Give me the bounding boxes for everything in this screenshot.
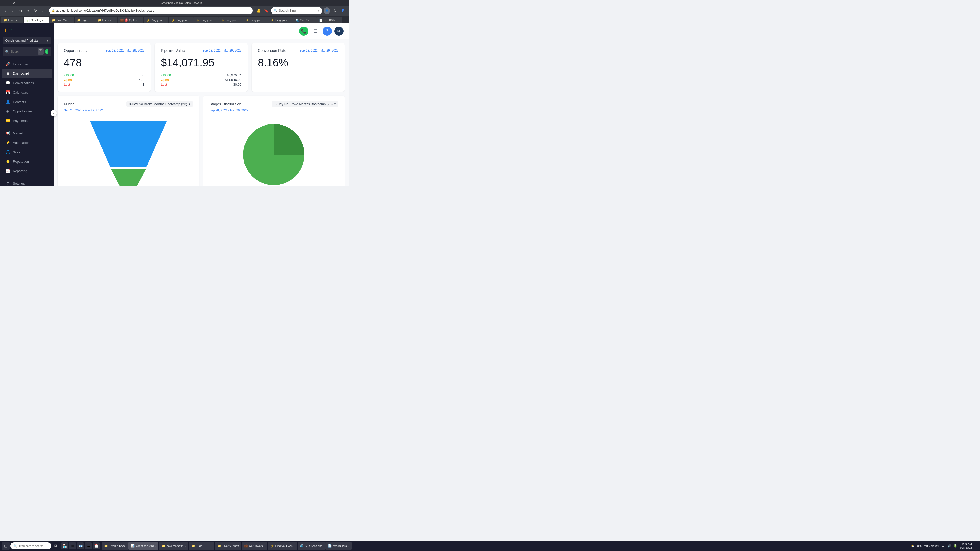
tab-upwork[interactable]: 💼 3 (3) Upwork -	[118, 17, 143, 24]
new-tab-button[interactable]: +	[342, 17, 348, 24]
tab-favicon: ⚡	[196, 19, 199, 22]
tab-favicon: 📄	[319, 19, 322, 22]
workspace-selector[interactable]: Consistent and Predicta... ▾	[3, 37, 51, 44]
sidebar-item-settings[interactable]: ⚙ Settings	[2, 179, 52, 186]
sidebar-divider	[4, 127, 49, 127]
browser-avatar[interactable]: 👤	[324, 7, 330, 14]
pie-chart-container	[209, 116, 339, 186]
tab-favicon: 📊	[26, 19, 29, 22]
sidebar-label: Launchpad	[13, 62, 29, 66]
tab-ping2[interactable]: ⚡ Ping your wel...	[169, 17, 193, 24]
notifications-icon[interactable]: 🔔	[255, 7, 262, 14]
add-button[interactable]: +	[45, 49, 48, 54]
forward-button[interactable]: ›	[10, 8, 16, 14]
tab-fiverr-inbox[interactable]: 📁 Fiverr / Inbox	[1, 17, 24, 24]
bookmarks-icon[interactable]: 🔖	[263, 7, 269, 14]
help-button[interactable]: ?	[323, 27, 332, 36]
sidebar-item-payments[interactable]: 💳 Payments	[2, 116, 52, 125]
tab-greetings-va[interactable]: 📊 Greetings Virg...	[24, 17, 49, 24]
closed-label: Closed	[161, 73, 171, 77]
home-button[interactable]: ⌂	[40, 8, 46, 14]
tab-ping3[interactable]: ⚡ Ping your wel...	[193, 17, 218, 24]
sidebar-item-reputation[interactable]: ⭐ Reputation	[2, 157, 52, 166]
tab-ping6[interactable]: ⚡ Ping your wel...	[268, 17, 293, 24]
phone-button[interactable]: 📞	[299, 27, 308, 36]
tab-exc[interactable]: 📄 exc.10khits.co...	[317, 17, 342, 24]
stages-chart-header: Stages Distribution 3-Day No Broke Month…	[209, 101, 339, 107]
lost-value: $0.00	[233, 83, 242, 86]
sidebar-item-launchpad[interactable]: 🚀 Launchpad	[2, 59, 52, 68]
open-label: Open	[161, 78, 169, 82]
stat-card-header: Opportunities Sep 28, 2021 - Mar 29, 202…	[64, 48, 145, 52]
open-label: Open	[64, 78, 72, 82]
sidebar-item-dashboard[interactable]: ⊞ Dashboard	[2, 69, 52, 78]
chevron-down-icon: ▾	[47, 39, 48, 42]
nav-icons: 🔔 🔖	[255, 7, 269, 14]
tab-ping4[interactable]: ⚡ Ping your wel...	[218, 17, 243, 24]
tab-ping5[interactable]: ⚡ Ping your wel...	[243, 17, 268, 24]
calendars-icon: 📅	[6, 90, 10, 95]
sidebar-search-input[interactable]	[11, 50, 36, 53]
funnel-chart-header: Funnel 3-Day No Broke Months Bootcamp (2…	[64, 101, 193, 107]
conversion-value: 8.16%	[258, 57, 339, 69]
search-bar[interactable]: 🔍 Search Bing ▾	[271, 7, 322, 14]
skip-back-button[interactable]: ⏮	[18, 8, 24, 14]
maximize-button[interactable]: □	[7, 1, 11, 5]
stat-row-lost: Lost 1	[64, 83, 145, 86]
sidebar-item-calendars[interactable]: 📅 Calendars	[2, 88, 52, 97]
logo-icon: ↑ ↑ ↑	[4, 27, 14, 33]
sidebar-label: Reporting	[13, 169, 27, 173]
stages-selector[interactable]: 3-Day No Broke Months Bootcamp (23) ▾	[272, 101, 339, 107]
tab-favicon: ⚡	[221, 19, 224, 22]
tab-favicon: 🌊	[296, 19, 299, 22]
skip-forward-button[interactable]: ⏭	[25, 8, 31, 14]
close-button[interactable]: ✕	[12, 1, 16, 5]
sidebar-label: Marketing	[13, 131, 27, 135]
main-content: 📞 ☰ ? KE Opportunities Sep 28, 2021 - Ma…	[54, 24, 348, 186]
sidebar-label: Dashboard	[13, 72, 29, 76]
tab-favicon: ⚡	[271, 19, 274, 22]
sidebar-label: Opportunities	[13, 110, 32, 113]
refresh-button[interactable]: ↻	[33, 8, 39, 14]
search-dropdown[interactable]: ▾	[318, 9, 320, 13]
stat-row-closed: Closed 39	[64, 73, 145, 77]
sidebar-item-conversations[interactable]: 💬 Conversations	[2, 78, 52, 87]
search-text: Search Bing	[279, 9, 296, 13]
url-text: app.gohighlevel.com/v2/location/HH7LqEyp…	[56, 9, 154, 13]
tab-zale[interactable]: 📁 Zale Marketin...	[49, 17, 74, 24]
payments-icon: 💳	[6, 118, 10, 123]
sidebar-label: Conversations	[13, 81, 34, 85]
tab-favicon: 📁	[77, 19, 80, 22]
sidebar-label: Settings	[13, 182, 25, 186]
funnel-selector[interactable]: 3-Day No Broke Months Bootcamp (23) ▾	[126, 101, 193, 107]
back-button[interactable]: ‹	[2, 8, 8, 14]
sidebar-label: Payments	[13, 119, 27, 123]
sidebar-collapse-button[interactable]: ‹	[51, 110, 57, 116]
address-bar[interactable]: 🔒 app.gohighlevel.com/v2/location/HH7LqE…	[49, 7, 253, 14]
sidebar-item-marketing[interactable]: 📢 Marketing	[2, 129, 52, 138]
tab-ping1[interactable]: ⚡ Ping your wel...	[144, 17, 169, 24]
tab-surf[interactable]: 🌊 Surf Sessions	[293, 17, 316, 24]
sidebar-item-reporting[interactable]: 📈 Reporting	[2, 166, 52, 176]
minimize-button[interactable]: —	[2, 1, 6, 5]
tab-fiverr2[interactable]: 📁 Fiverr / Inbox	[95, 17, 118, 24]
sidebar-search-box[interactable]: 🔍 ctrl K +	[3, 47, 51, 56]
sidebar-item-contacts[interactable]: 👤 Contacts	[2, 97, 52, 106]
sidebar-item-automation[interactable]: ⚡ Automation	[2, 138, 52, 147]
dashboard-body: Opportunities Sep 28, 2021 - Mar 29, 202…	[54, 39, 348, 186]
window-controls: — □ ✕	[2, 1, 16, 5]
tab-favicon: 💼	[120, 19, 123, 22]
sidebar-item-opportunities[interactable]: ◈ Opportunities	[2, 106, 52, 116]
user-avatar[interactable]: KE	[334, 27, 344, 36]
lost-label: Lost	[64, 83, 70, 86]
tab-favicon: ⚡	[171, 19, 174, 22]
svg-marker-0	[90, 121, 167, 167]
sidebar-item-sites[interactable]: 🌐 Sites	[2, 148, 52, 157]
browser-refresh-icon[interactable]: ↻	[332, 7, 339, 14]
charts-row: Funnel 3-Day No Broke Months Bootcamp (2…	[58, 96, 345, 186]
funnel-chart-container	[64, 116, 193, 186]
tab-gigs[interactable]: 📁 Gigs	[75, 17, 95, 24]
opportunities-card: Opportunities Sep 28, 2021 - Mar 29, 202…	[58, 43, 151, 92]
list-button[interactable]: ☰	[311, 27, 320, 36]
browser-extensions-icon[interactable]: F	[340, 7, 347, 14]
